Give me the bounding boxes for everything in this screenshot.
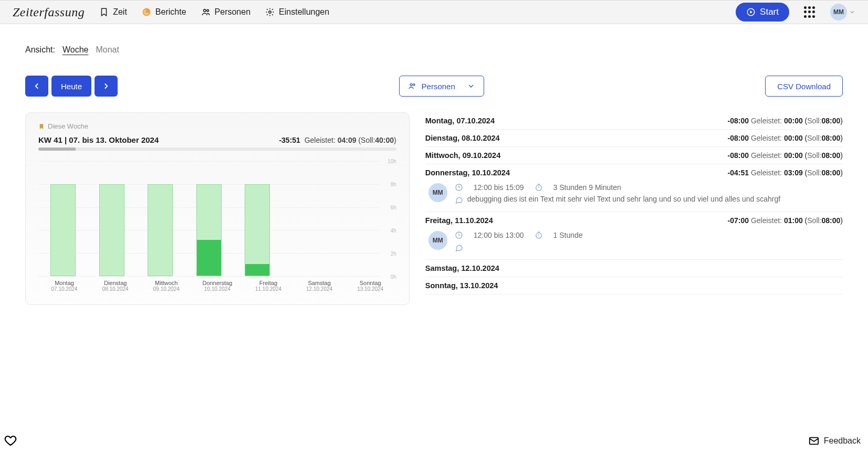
day-stats: -07:00 Geleistet: 01:00 (Soll:08:00) [728, 216, 843, 225]
people-icon [201, 7, 211, 17]
nav-einstellungen[interactable]: Einstellungen [265, 7, 329, 17]
view-switch-label: Ansicht: [25, 45, 55, 55]
speech-bubble-icon [455, 244, 463, 252]
chart-bar [44, 161, 83, 276]
chart-bar [190, 161, 229, 276]
day-name: Samstag, 12.10.2024 [425, 264, 499, 272]
entry-comment: debugging dies ist ein Text mit sehr vie… [467, 195, 780, 203]
day-stats: -08:00 Geleistet: 00:00 (Soll:08:00) [728, 117, 843, 125]
chart-bar [92, 161, 132, 276]
card-title: KW 41 | 07. bis 13. Oktober 2024 [38, 135, 159, 144]
card-soll-label: Soll: [361, 136, 375, 144]
card-tag-label: Diese Woche [48, 122, 88, 130]
card-soll-value: 40:00 [375, 136, 394, 144]
entry-duration: 1 Stunde [553, 231, 583, 239]
clock-icon [455, 183, 463, 192]
nav-zeit-label: Zeit [113, 7, 127, 17]
nav-berichte[interactable]: Berichte [142, 7, 186, 17]
svg-point-1 [206, 9, 208, 12]
svg-point-2 [269, 11, 271, 14]
day-row: Mittwoch, 09.10.2024-08:00 Geleistet: 00… [425, 147, 843, 164]
day-row: Dienstag, 08.10.2024-08:00 Geleistet: 00… [425, 130, 843, 147]
chart-x-labels: Montag07.10.2024Dienstag08.10.2024Mittwo… [38, 277, 396, 292]
svg-point-7 [536, 185, 541, 191]
chart-bar [335, 161, 374, 276]
nav-einstellungen-label: Einstellungen [279, 7, 329, 17]
nav-personen-label: Personen [215, 7, 251, 17]
week-nav: Heute [25, 76, 118, 97]
day-list: Montag, 07.10.2024-08:00 Geleistet: 00:0… [425, 112, 843, 294]
prev-week-button[interactable] [25, 76, 48, 97]
day-row: Samstag, 12.10.2024 [425, 260, 843, 277]
people-icon [408, 82, 416, 90]
csv-download-button[interactable]: CSV Download [765, 76, 843, 97]
chevron-right-icon [101, 81, 111, 91]
gear-icon [265, 7, 275, 17]
card-done-value: 04:09 [338, 136, 357, 144]
timer-icon [535, 183, 543, 192]
chart-bar [141, 161, 180, 276]
nav-berichte-label: Berichte [155, 7, 186, 17]
start-button[interactable]: Start [736, 3, 789, 22]
nav-zeit[interactable]: Zeit [99, 7, 127, 17]
user-menu[interactable]: MM [830, 4, 855, 20]
user-avatar: MM [830, 4, 847, 20]
start-button-label: Start [760, 7, 779, 17]
bookmark-icon [38, 123, 45, 130]
day-name: Montag, 07.10.2024 [425, 117, 495, 125]
day-stats: -04:51 Geleistet: 03:09 (Soll:08:00) [728, 168, 843, 177]
svg-point-0 [203, 9, 206, 12]
bookmark-icon [99, 7, 109, 17]
app-launcher-icon[interactable] [804, 6, 815, 18]
today-button[interactable]: Heute [51, 76, 91, 97]
brand-logo: Zeiterfassung [13, 5, 85, 19]
view-month[interactable]: Monat [96, 45, 119, 55]
svg-point-4 [410, 83, 412, 86]
pie-chart-icon [142, 7, 151, 17]
day-name: Freitag, 11.10.2024 [425, 216, 493, 225]
svg-point-9 [536, 233, 541, 238]
card-stats: -35:51 Geleistet: 04:09 (Soll:40:00) [279, 136, 396, 144]
day-name: Mittwoch, 09.10.2024 [425, 151, 500, 160]
entry-avatar: MM [428, 231, 447, 250]
view-switch: Ansicht: Woche Monat [25, 45, 843, 55]
entry-avatar: MM [428, 183, 447, 202]
entry-duration: 3 Stunden 9 Minuten [553, 183, 621, 192]
week-chart: 0h2h4h6h8h10h [38, 161, 396, 277]
topbar: Zeiterfassung Zeit Berichte Personen Ein… [0, 0, 868, 24]
day-row: Montag, 07.10.2024-08:00 Geleistet: 00:0… [425, 112, 843, 130]
personen-filter-button[interactable]: Personen [399, 76, 484, 97]
clock-icon [455, 231, 463, 239]
time-entry[interactable]: MM12:00 bis 13:001 Stunde [425, 225, 843, 255]
day-name: Dienstag, 08.10.2024 [425, 134, 500, 142]
view-week[interactable]: Woche [62, 45, 89, 55]
week-summary-card: Diese Woche KW 41 | 07. bis 13. Oktober … [25, 112, 410, 305]
day-stats: -08:00 Geleistet: 00:00 (Soll:08:00) [728, 134, 843, 142]
card-delta: -35:51 [279, 136, 300, 144]
personen-filter-label: Personen [422, 82, 455, 91]
time-entry[interactable]: MM12:00 bis 15:093 Stunden 9 Minutendebu… [425, 177, 843, 207]
entry-range: 12:00 bis 15:09 [474, 183, 524, 192]
nav-personen[interactable]: Personen [201, 7, 251, 17]
entry-range: 12:00 bis 13:00 [474, 231, 524, 239]
svg-point-5 [413, 84, 414, 86]
day-name: Donnerstag, 10.10.2024 [425, 168, 510, 177]
day-stats: -08:00 Geleistet: 00:00 (Soll:08:00) [728, 151, 843, 160]
chart-bar [238, 161, 277, 276]
card-tag: Diese Woche [38, 122, 396, 130]
chevron-left-icon [32, 81, 41, 91]
chevron-down-icon [467, 82, 475, 90]
chart-bar [287, 161, 326, 276]
next-week-button[interactable] [95, 76, 118, 97]
card-done-label: Geleistet: [305, 136, 336, 144]
play-circle-icon [746, 7, 756, 17]
speech-bubble-icon [455, 196, 463, 204]
day-name: Sonntag, 13.10.2024 [425, 281, 498, 290]
day-row: Donnerstag, 10.10.2024-04:51 Geleistet: … [425, 164, 843, 212]
progress-bar [38, 148, 396, 151]
timer-icon [535, 231, 543, 239]
day-row: Freitag, 11.10.2024-07:00 Geleistet: 01:… [425, 212, 843, 260]
chevron-down-icon [849, 9, 855, 15]
day-row: Sonntag, 13.10.2024 [425, 277, 843, 294]
